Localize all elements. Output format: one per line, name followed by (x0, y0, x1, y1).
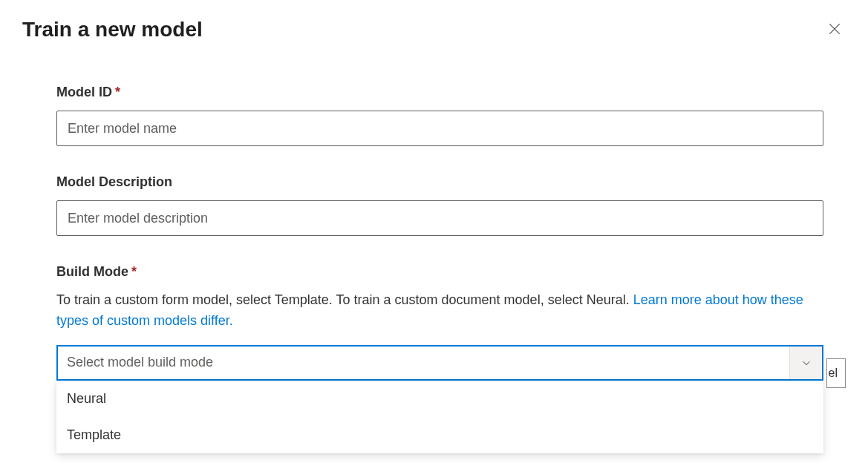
build-mode-select[interactable]: Select model build mode (56, 345, 823, 381)
model-description-input[interactable] (56, 200, 823, 236)
chevron-down-icon (801, 358, 812, 368)
build-mode-label-text: Build Mode (56, 264, 128, 279)
build-mode-select-container: Select model build mode Neural Template (56, 345, 823, 381)
build-mode-helper-prefix: To train a custom form model, select Tem… (56, 292, 633, 307)
model-description-field-group: Model Description (56, 174, 823, 236)
close-button[interactable] (823, 18, 846, 40)
build-mode-select-placeholder: Select model build mode (58, 355, 789, 370)
train-model-dialog: Train a new model Model ID* Model Descri… (0, 0, 868, 398)
build-mode-label: Build Mode* (56, 264, 823, 280)
build-mode-field-group: Build Mode* To train a custom form model… (56, 264, 823, 381)
dropdown-option-neural[interactable]: Neural (56, 381, 823, 417)
dialog-header: Train a new model (22, 18, 846, 42)
build-mode-chevron-button[interactable] (789, 347, 822, 379)
model-id-input[interactable] (56, 111, 823, 146)
required-indicator: * (131, 264, 137, 279)
dialog-title: Train a new model (22, 18, 203, 42)
cancel-button[interactable]: el (826, 358, 846, 388)
model-id-label: Model ID* (56, 85, 823, 100)
dropdown-option-template[interactable]: Template (56, 417, 823, 453)
required-indicator: * (115, 85, 120, 99)
cancel-button-label-fragment: el (829, 367, 838, 380)
model-id-label-text: Model ID (56, 85, 112, 99)
model-id-field-group: Model ID* (56, 85, 823, 146)
build-mode-helper-text: To train a custom form model, select Tem… (56, 290, 823, 332)
build-mode-dropdown-list: Neural Template (56, 381, 823, 453)
form-content: Model ID* Model Description Build Mode* … (22, 85, 846, 381)
model-description-label: Model Description (56, 174, 823, 190)
close-icon (828, 22, 841, 36)
